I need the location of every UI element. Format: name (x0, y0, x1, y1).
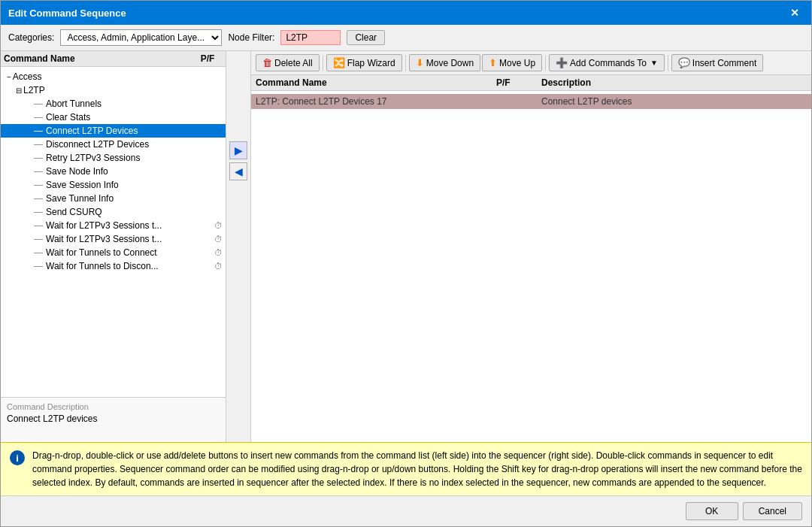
add-commands-icon: ➕ (556, 57, 568, 68)
dash-icon-5: — (34, 153, 43, 163)
toolbar: 🗑 Delete All 🔀 Flap Wizard ⬇ Move Down (251, 51, 811, 75)
cmd-desc-label: Command Description (7, 402, 220, 411)
tree-item-disconnect-l2tp[interactable]: — Disconnect L2TP Devices (1, 138, 226, 151)
tree-label-disconnect-l2tp: Disconnect L2TP Devices (46, 139, 149, 150)
delete-all-label: Delete All (274, 58, 313, 68)
sequence-list: L2TP: Connect L2TP Devices 17 Connect L2… (251, 91, 811, 442)
dialog-body: Categories: Access, Admin, Application L… (1, 25, 811, 495)
seq-pf-header: P/F (496, 77, 541, 88)
tree-item-save-tunnel[interactable]: — Save Tunnel Info (1, 192, 226, 205)
dash-icon-10: — (34, 220, 43, 231)
add-commands-button[interactable]: ➕ Add Commands To ▼ (549, 54, 665, 71)
tree-label-wait-l2tpv3-2: Wait for L2TPv3 Sessions t... (46, 234, 214, 244)
remove-from-sequence-button[interactable]: ◀ (229, 162, 247, 180)
info-icon: i (10, 450, 25, 465)
dash-icon-4: — (34, 139, 43, 150)
flap-wizard-label: Flap Wizard (347, 58, 395, 68)
tree-item-retry-l2tpv3[interactable]: — Retry L2TPv3 Sessions (1, 151, 226, 165)
tree-label-connect-l2tp: Connect L2TP Devices (46, 126, 138, 136)
insert-comment-label: Insert Comment (692, 58, 756, 68)
middle-buttons: ▶ ◀ (226, 51, 251, 442)
main-area: Command Name P/F − Access ⊟ L2TP (1, 51, 811, 442)
dialog-footer: OK Cancel (1, 495, 811, 526)
separator-3 (545, 55, 546, 71)
seq-name-header: Command Name (256, 77, 496, 88)
seq-row-desc-0: Connect L2TP devices (541, 96, 807, 107)
delete-all-button[interactable]: 🗑 Delete All (256, 54, 320, 71)
separator-1 (323, 55, 323, 71)
expand-icon-access[interactable]: − (7, 73, 11, 81)
close-button[interactable]: ✕ (786, 5, 804, 20)
left-panel-header: Command Name P/F (1, 51, 226, 67)
insert-comment-icon: 💬 (678, 57, 690, 68)
tree-item-wait-l2tpv3-2[interactable]: — Wait for L2TPv3 Sessions t... ⏱ (1, 232, 226, 246)
tree-item-wait-l2tpv3-1[interactable]: — Wait for L2TPv3 Sessions t... ⏱ (1, 219, 226, 232)
expand-icon-l2tp[interactable]: ⊟ (16, 86, 22, 95)
tree-label-access: Access (13, 71, 42, 82)
tree-item-wait-tunnels-discon[interactable]: — Wait for Tunnels to Discon... ⏱ (1, 259, 226, 273)
left-panel: Command Name P/F − Access ⊟ L2TP (1, 51, 226, 442)
sequence-row-0[interactable]: L2TP: Connect L2TP Devices 17 Connect L2… (251, 94, 811, 109)
tree-label-abort-tunnels: Abort Tunnels (46, 98, 102, 109)
dialog-title: Edit Command Sequence (8, 8, 126, 19)
tree-item-abort-tunnels[interactable]: — Abort Tunnels (1, 97, 226, 111)
title-bar: Edit Command Sequence ✕ (1, 1, 811, 25)
info-text: Drag-n-drop, double-click or use add/del… (32, 449, 802, 489)
tree-item-connect-l2tp[interactable]: — Connect L2TP Devices (1, 124, 226, 138)
command-tree: − Access ⊟ L2TP — Abort Tunnels (1, 67, 226, 397)
tree-label-retry-l2tpv3: Retry L2TPv3 Sessions (46, 153, 140, 163)
tree-item-wait-tunnels-connect[interactable]: — Wait for Tunnels to Connect ⏱ (1, 246, 226, 259)
insert-comment-button[interactable]: 💬 Insert Comment (671, 54, 763, 71)
cmd-desc-text: Connect L2TP devices (7, 413, 220, 424)
move-up-label: Move Up (499, 58, 535, 68)
dash-icon-9: — (34, 207, 43, 217)
tree-item-save-node[interactable]: — Save Node Info (1, 165, 226, 178)
sequence-header: Command Name P/F Description (251, 75, 811, 91)
dash-icon-3: — (34, 126, 43, 136)
move-down-button[interactable]: ⬇ Move Down (409, 54, 480, 71)
add-commands-dropdown-arrow: ▼ (650, 59, 658, 67)
tree-label-clear-stats: Clear Stats (46, 112, 90, 123)
tree-label-wait-l2tpv3-1: Wait for L2TPv3 Sessions t... (46, 220, 214, 231)
tree-item-clear-stats[interactable]: — Clear Stats (1, 111, 226, 124)
edit-command-sequence-dialog: Edit Command Sequence ✕ Categories: Acce… (0, 0, 812, 527)
tree-label-save-node: Save Node Info (46, 166, 108, 177)
clear-button[interactable]: Clear (347, 30, 385, 45)
seq-row-name-0: L2TP: Connect L2TP Devices 17 (256, 96, 496, 107)
ok-button[interactable]: OK (686, 502, 738, 520)
dash-icon: — (34, 98, 43, 109)
command-description-panel: Command Description Connect L2TP devices (1, 397, 226, 442)
dash-icon-13: — (34, 261, 43, 271)
seq-desc-header: Description (541, 77, 807, 88)
categories-dropdown[interactable]: Access, Admin, Application Laye... (60, 29, 222, 46)
separator-2 (405, 55, 406, 71)
separator-4 (668, 55, 668, 71)
timer-icon-4: ⏱ (214, 262, 223, 271)
dash-icon-12: — (34, 247, 43, 258)
tree-item-access[interactable]: − Access (1, 70, 226, 83)
tree-label-l2tp: L2TP (23, 85, 45, 95)
tree-item-l2tp[interactable]: ⊟ L2TP (1, 83, 226, 97)
move-up-button[interactable]: ⬆ Move Up (482, 54, 542, 71)
dash-icon-2: — (34, 112, 43, 123)
node-filter-input[interactable] (280, 30, 341, 45)
tree-item-save-session[interactable]: — Save Session Info (1, 178, 226, 192)
info-bar: i Drag-n-drop, double-click or use add/d… (1, 442, 811, 495)
move-down-icon: ⬇ (416, 57, 424, 68)
tree-label-save-tunnel: Save Tunnel Info (46, 193, 114, 204)
move-up-icon: ⬆ (489, 57, 497, 68)
right-panel: 🗑 Delete All 🔀 Flap Wizard ⬇ Move Down (251, 51, 811, 442)
tree-label-send-csurq: Send CSURQ (46, 207, 102, 217)
add-to-sequence-button[interactable]: ▶ (229, 141, 247, 159)
flap-wizard-icon: 🔀 (333, 57, 345, 68)
tree-item-send-csurq[interactable]: — Send CSURQ (1, 205, 226, 219)
cancel-button[interactable]: Cancel (743, 502, 802, 520)
tree-label-wait-tunnels-discon: Wait for Tunnels to Discon... (46, 261, 214, 271)
top-filters: Categories: Access, Admin, Application L… (1, 25, 811, 51)
delete-all-icon: 🗑 (262, 57, 272, 68)
dash-icon-7: — (34, 180, 43, 190)
tree-label-wait-tunnels-connect: Wait for Tunnels to Connect (46, 247, 214, 258)
flap-wizard-button[interactable]: 🔀 Flap Wizard (326, 54, 402, 71)
categories-label: Categories: (8, 32, 54, 43)
dash-icon-6: — (34, 166, 43, 177)
